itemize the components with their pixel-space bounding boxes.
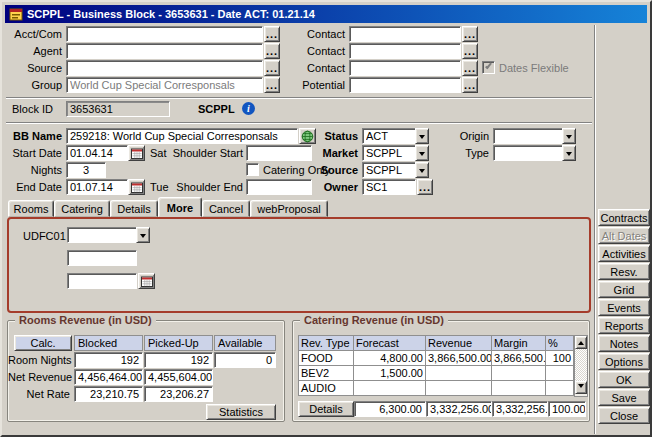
potential-lookup-button[interactable]: ...	[462, 77, 478, 93]
acct-com-lookup-button[interactable]: ...	[264, 26, 280, 42]
bb-source-dropdown-button[interactable]	[415, 162, 429, 178]
reports-button[interactable]: Reports	[598, 317, 650, 334]
forecast-cell[interactable]: 1,500.00	[354, 366, 426, 381]
margin-cell[interactable]	[492, 366, 546, 381]
origin-dropdown-button[interactable]	[562, 128, 576, 144]
table-row[interactable]: AUDIO	[299, 381, 574, 396]
status-label: Status	[314, 128, 358, 144]
statistics-button[interactable]: Statistics	[206, 404, 276, 420]
udfc-date-field[interactable]	[67, 273, 137, 289]
shoulder-start-field[interactable]	[246, 145, 312, 161]
agent-field[interactable]	[66, 43, 263, 59]
udfc-field-2[interactable]	[67, 250, 137, 266]
events-button[interactable]: Events	[598, 299, 650, 316]
tab-more[interactable]: More	[158, 197, 202, 217]
catering-table-scrollbar[interactable]	[574, 335, 588, 397]
chevron-down-icon	[140, 234, 146, 241]
nights-field[interactable]	[66, 162, 106, 178]
origin-field[interactable]	[493, 128, 563, 144]
acct-com-field[interactable]	[66, 26, 263, 42]
bb-source-field[interactable]	[362, 162, 416, 178]
resv-button[interactable]: Resv.	[598, 263, 650, 280]
catering-only-checkbox[interactable]	[246, 163, 259, 176]
group-field[interactable]	[66, 77, 263, 93]
scroll-down-button[interactable]	[575, 381, 587, 394]
rev-type-cell[interactable]: FOOD	[299, 351, 354, 366]
udfc-calendar-button[interactable]	[138, 273, 155, 289]
info-icon[interactable]	[242, 102, 255, 115]
contact-3-field[interactable]	[349, 60, 461, 76]
source-account-label: Source	[4, 60, 62, 76]
source-account-lookup-button[interactable]: ...	[264, 60, 280, 76]
contact-2-label: Contact	[295, 43, 345, 59]
table-row[interactable]: BEV2 1,500.00	[299, 366, 574, 381]
type-field[interactable]	[493, 145, 563, 161]
options-button[interactable]: Options	[598, 353, 650, 370]
table-row[interactable]: FOOD 4,800.00 3,866,500.00 3,866,500.00 …	[299, 351, 574, 366]
details-button[interactable]: Details	[298, 401, 354, 417]
status-dropdown-button[interactable]	[415, 128, 429, 144]
market-field[interactable]	[362, 145, 416, 161]
tab-catering[interactable]: Catering	[54, 200, 110, 217]
bb-name-field[interactable]	[66, 128, 298, 144]
end-date-field[interactable]	[66, 179, 128, 195]
catering-table: Rev. Type Forecast Revenue Margin % FOOD…	[298, 335, 574, 396]
status-field[interactable]	[362, 128, 416, 144]
block-id-field[interactable]	[66, 101, 170, 117]
arrow-up-icon	[578, 338, 584, 345]
room-nights-label: Room Nights	[8, 352, 70, 368]
close-button[interactable]: Close	[598, 407, 650, 424]
contact-2-lookup-button[interactable]: ...	[462, 43, 478, 59]
owner-lookup-button[interactable]: ...	[417, 179, 433, 195]
rev-type-cell[interactable]: AUDIO	[299, 381, 354, 396]
market-dropdown-button[interactable]	[415, 145, 429, 161]
contact-1-lookup-button[interactable]: ...	[462, 26, 478, 42]
tab-cancel[interactable]: Cancel	[202, 200, 250, 217]
save-button[interactable]: Save	[598, 389, 650, 406]
calc-button[interactable]: Calc.	[14, 335, 72, 351]
end-date-calendar-button[interactable]	[128, 179, 145, 195]
ok-button[interactable]: OK	[598, 371, 650, 388]
revenue-cell[interactable]	[426, 366, 492, 381]
revenue-cell[interactable]	[426, 381, 492, 396]
potential-label: Potential	[295, 77, 345, 93]
forecast-cell[interactable]: 4,800.00	[354, 351, 426, 366]
owner-field[interactable]	[362, 179, 416, 195]
shoulder-end-label: Shoulder End	[168, 179, 243, 195]
pct-cell[interactable]	[546, 366, 574, 381]
chevron-down-icon	[566, 135, 572, 142]
contact-3-lookup-button[interactable]: ...	[462, 60, 478, 76]
margin-cell[interactable]	[492, 381, 546, 396]
rev-type-cell[interactable]: BEV2	[299, 366, 354, 381]
activities-button[interactable]: Activities	[598, 245, 650, 262]
type-dropdown-button[interactable]	[562, 145, 576, 161]
margin-cell[interactable]: 3,866,500.00	[492, 351, 546, 366]
dates-flexible-checkbox	[482, 61, 495, 74]
pct-cell[interactable]	[546, 381, 574, 396]
revenue-cell[interactable]: 3,866,500.00	[426, 351, 492, 366]
potential-field[interactable]	[349, 77, 461, 93]
udfc01-dropdown-button[interactable]	[136, 227, 150, 243]
contact-2-field[interactable]	[349, 43, 461, 59]
rooms-revenue-panel: Rooms Revenue (in USD) Calc. Blocked Pic…	[7, 320, 285, 422]
contracts-button[interactable]: Contracts	[598, 209, 650, 226]
grid-button[interactable]: Grid	[598, 281, 650, 298]
source-account-field[interactable]	[66, 60, 263, 76]
start-day-label: Sat	[150, 145, 167, 161]
tab-rooms[interactable]: Rooms	[8, 200, 54, 217]
start-date-field[interactable]	[66, 145, 128, 161]
scroll-up-button[interactable]	[575, 336, 587, 349]
group-lookup-button[interactable]: ...	[264, 77, 280, 93]
scroll-track[interactable]	[575, 349, 587, 381]
udfc01-field[interactable]	[67, 227, 137, 243]
start-date-calendar-button[interactable]	[128, 145, 145, 161]
titlebar[interactable]: SCPPL - Business Block - 3653631 - Date …	[5, 5, 647, 23]
agent-lookup-button[interactable]: ...	[264, 43, 280, 59]
forecast-cell[interactable]	[354, 381, 426, 396]
contact-1-field[interactable]	[349, 26, 461, 42]
tab-webproposal[interactable]: webProposal	[250, 200, 328, 217]
tab-details[interactable]: Details	[110, 200, 158, 217]
notes-button[interactable]: Notes	[598, 335, 650, 352]
pct-cell[interactable]: 100	[546, 351, 574, 366]
shoulder-end-field[interactable]	[246, 179, 312, 195]
